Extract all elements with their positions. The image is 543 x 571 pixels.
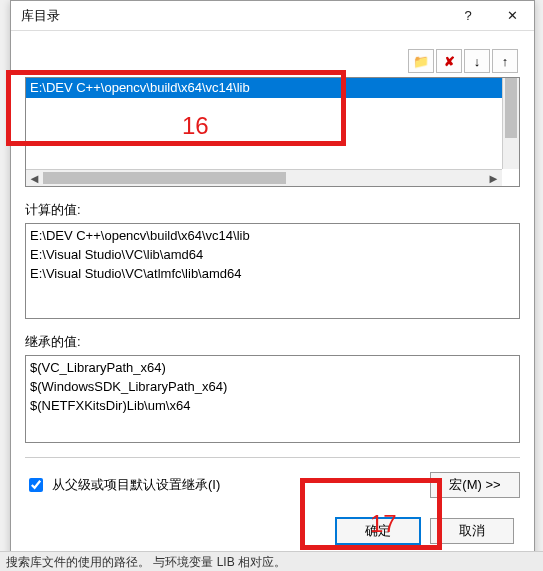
library-directories-dialog: 库目录 ? ✕ 📁 ✘ ↓ ↑ E:\DEV C++\opencv\build\… (10, 0, 535, 562)
status-description: 搜索库文件的使用的路径。 与环境变量 LIB 相对应。 (0, 551, 543, 571)
arrow-down-icon: ↓ (474, 54, 481, 69)
inherited-values-label: 继承的值: (25, 333, 520, 351)
list-item: $(NETFXKitsDir)Lib\um\x64 (30, 396, 515, 415)
inherit-checkbox[interactable]: 从父级或项目默认设置继承(I) (25, 475, 430, 495)
inherit-checkbox-label: 从父级或项目默认设置继承(I) (52, 476, 220, 494)
scrollbar-thumb[interactable] (43, 172, 286, 184)
dialog-buttons: 确定 取消 (25, 518, 520, 544)
options-row: 从父级或项目默认设置继承(I) 宏(M) >> (25, 472, 520, 498)
vertical-scrollbar[interactable] (502, 78, 519, 169)
scroll-right-icon[interactable]: ► (485, 170, 502, 187)
macros-button[interactable]: 宏(M) >> (430, 472, 520, 498)
help-icon: ? (464, 8, 471, 23)
dialog-content: 📁 ✘ ↓ ↑ E:\DEV C++\opencv\build\x64\vc14… (11, 31, 534, 558)
horizontal-scrollbar[interactable]: ◄ ► (26, 169, 502, 186)
dialog-title: 库目录 (11, 7, 446, 25)
computed-values-list[interactable]: E:\DEV C++\opencv\build\x64\vc14\lib E:\… (25, 223, 520, 319)
ok-button[interactable]: 确定 (336, 518, 420, 544)
inherited-values-list[interactable]: $(VC_LibraryPath_x64) $(WindowsSDK_Libra… (25, 355, 520, 443)
edit-toolbar: 📁 ✘ ↓ ↑ (25, 49, 518, 73)
new-line-button[interactable]: 📁 (408, 49, 434, 73)
list-item: E:\Visual Studio\VC\lib\amd64 (30, 245, 515, 264)
delete-line-button[interactable]: ✘ (436, 49, 462, 73)
move-down-button[interactable]: ↓ (464, 49, 490, 73)
list-item: E:\DEV C++\opencv\build\x64\vc14\lib (30, 226, 515, 245)
list-item: $(VC_LibraryPath_x64) (30, 358, 515, 377)
computed-values-label: 计算的值: (25, 201, 520, 219)
directory-entry-selected[interactable]: E:\DEV C++\opencv\build\x64\vc14\lib (26, 78, 519, 98)
separator (25, 457, 520, 458)
scroll-left-icon[interactable]: ◄ (26, 170, 43, 187)
arrow-up-icon: ↑ (502, 54, 509, 69)
delete-icon: ✘ (444, 54, 455, 69)
list-item: E:\Visual Studio\VC\atlmfc\lib\amd64 (30, 264, 515, 283)
titlebar: 库目录 ? ✕ (11, 1, 534, 31)
folder-new-icon: 📁 (413, 54, 429, 69)
move-up-button[interactable]: ↑ (492, 49, 518, 73)
directories-editbox[interactable]: E:\DEV C++\opencv\build\x64\vc14\lib ◄ ► (25, 77, 520, 187)
scrollbar-thumb[interactable] (505, 78, 517, 138)
inherit-checkbox-input[interactable] (29, 478, 43, 492)
help-button[interactable]: ? (446, 1, 490, 31)
close-icon: ✕ (507, 8, 518, 23)
cancel-button[interactable]: 取消 (430, 518, 514, 544)
list-item: $(WindowsSDK_LibraryPath_x64) (30, 377, 515, 396)
close-button[interactable]: ✕ (490, 1, 534, 31)
